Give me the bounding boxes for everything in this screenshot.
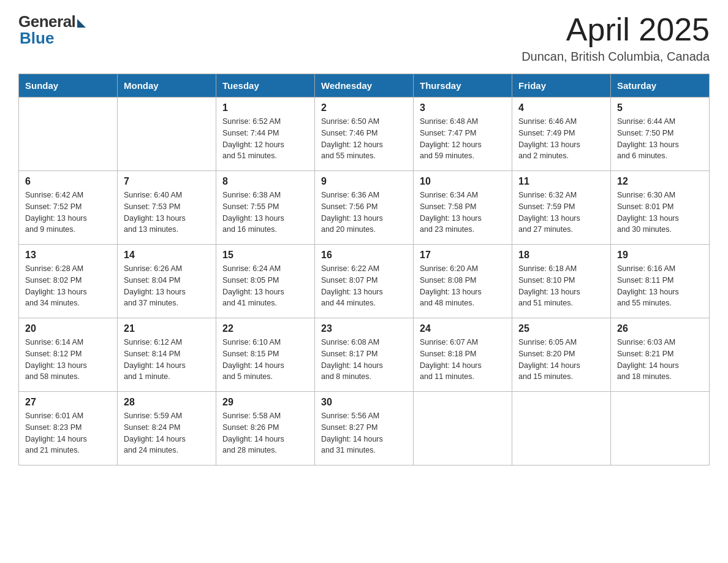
calendar-cell: 14Sunrise: 6:26 AMSunset: 8:04 PMDayligh…: [118, 245, 216, 318]
day-number: 28: [124, 397, 210, 408]
calendar-cell: [611, 392, 710, 465]
day-info: Sunrise: 6:26 AMSunset: 8:04 PMDaylight:…: [124, 263, 210, 309]
calendar-cell: 22Sunrise: 6:10 AMSunset: 8:15 PMDayligh…: [216, 318, 315, 392]
day-number: 16: [321, 250, 407, 261]
day-number: 12: [617, 176, 703, 187]
day-number: 7: [124, 176, 210, 187]
weekday-header-monday: Monday: [118, 74, 216, 98]
calendar-table: SundayMondayTuesdayWednesdayThursdayFrid…: [18, 74, 710, 465]
calendar-cell: 24Sunrise: 6:07 AMSunset: 8:18 PMDayligh…: [414, 318, 512, 392]
calendar-cell: [118, 98, 216, 171]
day-number: 5: [617, 102, 703, 113]
day-number: 10: [420, 176, 506, 187]
calendar-header: SundayMondayTuesdayWednesdayThursdayFrid…: [19, 74, 710, 98]
weekday-header-tuesday: Tuesday: [216, 74, 315, 98]
day-info: Sunrise: 6:38 AMSunset: 7:55 PMDaylight:…: [222, 190, 308, 236]
calendar-cell: 13Sunrise: 6:28 AMSunset: 8:02 PMDayligh…: [19, 245, 118, 318]
calendar-cell: 23Sunrise: 6:08 AMSunset: 8:17 PMDayligh…: [315, 318, 414, 392]
day-info: Sunrise: 6:42 AMSunset: 7:52 PMDaylight:…: [25, 190, 111, 236]
calendar-body: 1Sunrise: 6:52 AMSunset: 7:44 PMDaylight…: [19, 98, 710, 465]
page-subtitle: Duncan, British Columbia, Canada: [521, 50, 710, 64]
calendar-cell: 20Sunrise: 6:14 AMSunset: 8:12 PMDayligh…: [19, 318, 118, 392]
day-info: Sunrise: 6:50 AMSunset: 7:46 PMDaylight:…: [321, 116, 407, 162]
calendar-cell: 16Sunrise: 6:22 AMSunset: 8:07 PMDayligh…: [315, 245, 414, 318]
weekday-header-sunday: Sunday: [19, 74, 118, 98]
day-number: 20: [25, 323, 111, 334]
day-info: Sunrise: 6:01 AMSunset: 8:23 PMDaylight:…: [25, 410, 111, 456]
calendar-cell: 12Sunrise: 6:30 AMSunset: 8:01 PMDayligh…: [611, 171, 710, 245]
page-title: April 2025: [521, 12, 710, 47]
weekday-header-thursday: Thursday: [414, 74, 512, 98]
title-section: April 2025 Duncan, British Columbia, Can…: [521, 12, 710, 64]
logo-blue-text: Blue: [20, 29, 54, 48]
calendar-cell: 29Sunrise: 5:58 AMSunset: 8:26 PMDayligh…: [216, 392, 315, 465]
day-number: 2: [321, 102, 407, 113]
day-info: Sunrise: 6:22 AMSunset: 8:07 PMDaylight:…: [321, 263, 407, 309]
day-number: 9: [321, 176, 407, 187]
calendar-cell: 25Sunrise: 6:05 AMSunset: 8:20 PMDayligh…: [512, 318, 611, 392]
day-info: Sunrise: 6:30 AMSunset: 8:01 PMDaylight:…: [617, 190, 703, 236]
calendar-cell: 28Sunrise: 5:59 AMSunset: 8:24 PMDayligh…: [118, 392, 216, 465]
weekday-header-friday: Friday: [512, 74, 611, 98]
day-info: Sunrise: 6:44 AMSunset: 7:50 PMDaylight:…: [617, 116, 703, 162]
day-number: 3: [420, 102, 506, 113]
calendar-cell: [19, 98, 118, 171]
day-info: Sunrise: 6:14 AMSunset: 8:12 PMDaylight:…: [25, 337, 111, 383]
calendar-week-4: 20Sunrise: 6:14 AMSunset: 8:12 PMDayligh…: [19, 318, 710, 392]
day-info: Sunrise: 6:28 AMSunset: 8:02 PMDaylight:…: [25, 263, 111, 309]
day-info: Sunrise: 5:56 AMSunset: 8:27 PMDaylight:…: [321, 410, 407, 456]
calendar-cell: 2Sunrise: 6:50 AMSunset: 7:46 PMDaylight…: [315, 98, 414, 171]
day-info: Sunrise: 6:08 AMSunset: 8:17 PMDaylight:…: [321, 337, 407, 383]
day-info: Sunrise: 5:59 AMSunset: 8:24 PMDaylight:…: [124, 410, 210, 456]
day-number: 21: [124, 323, 210, 334]
day-number: 27: [25, 397, 111, 408]
day-number: 24: [420, 323, 506, 334]
day-info: Sunrise: 6:32 AMSunset: 7:59 PMDaylight:…: [518, 190, 604, 236]
day-number: 23: [321, 323, 407, 334]
day-number: 17: [420, 250, 506, 261]
day-info: Sunrise: 6:10 AMSunset: 8:15 PMDaylight:…: [222, 337, 308, 383]
calendar-week-1: 1Sunrise: 6:52 AMSunset: 7:44 PMDaylight…: [19, 98, 710, 171]
day-number: 22: [222, 323, 308, 334]
calendar-cell: 5Sunrise: 6:44 AMSunset: 7:50 PMDaylight…: [611, 98, 710, 171]
day-number: 13: [25, 250, 111, 261]
calendar-cell: 30Sunrise: 5:56 AMSunset: 8:27 PMDayligh…: [315, 392, 414, 465]
calendar-cell: 27Sunrise: 6:01 AMSunset: 8:23 PMDayligh…: [19, 392, 118, 465]
weekday-header-saturday: Saturday: [611, 74, 710, 98]
day-number: 25: [518, 323, 604, 334]
day-info: Sunrise: 6:20 AMSunset: 8:08 PMDaylight:…: [420, 263, 506, 309]
page-header: General Blue April 2025 Duncan, British …: [18, 12, 710, 64]
calendar-cell: [414, 392, 512, 465]
day-number: 8: [222, 176, 308, 187]
day-info: Sunrise: 6:18 AMSunset: 8:10 PMDaylight:…: [518, 263, 604, 309]
day-number: 6: [25, 176, 111, 187]
calendar-cell: 9Sunrise: 6:36 AMSunset: 7:56 PMDaylight…: [315, 171, 414, 245]
calendar-cell: 3Sunrise: 6:48 AMSunset: 7:47 PMDaylight…: [414, 98, 512, 171]
day-info: Sunrise: 6:36 AMSunset: 7:56 PMDaylight:…: [321, 190, 407, 236]
day-info: Sunrise: 6:07 AMSunset: 8:18 PMDaylight:…: [420, 337, 506, 383]
day-info: Sunrise: 6:48 AMSunset: 7:47 PMDaylight:…: [420, 116, 506, 162]
calendar-cell: 17Sunrise: 6:20 AMSunset: 8:08 PMDayligh…: [414, 245, 512, 318]
day-number: 14: [124, 250, 210, 261]
calendar-cell: 8Sunrise: 6:38 AMSunset: 7:55 PMDaylight…: [216, 171, 315, 245]
calendar-cell: 21Sunrise: 6:12 AMSunset: 8:14 PMDayligh…: [118, 318, 216, 392]
calendar-cell: 6Sunrise: 6:42 AMSunset: 7:52 PMDaylight…: [19, 171, 118, 245]
calendar-cell: 18Sunrise: 6:18 AMSunset: 8:10 PMDayligh…: [512, 245, 611, 318]
day-number: 11: [518, 176, 604, 187]
day-number: 18: [518, 250, 604, 261]
weekday-header-row: SundayMondayTuesdayWednesdayThursdayFrid…: [19, 74, 710, 98]
day-number: 15: [222, 250, 308, 261]
calendar-cell: 11Sunrise: 6:32 AMSunset: 7:59 PMDayligh…: [512, 171, 611, 245]
day-number: 29: [222, 397, 308, 408]
logo: General Blue: [18, 12, 86, 48]
day-number: 4: [518, 102, 604, 113]
day-info: Sunrise: 5:58 AMSunset: 8:26 PMDaylight:…: [222, 410, 308, 456]
calendar-cell: 7Sunrise: 6:40 AMSunset: 7:53 PMDaylight…: [118, 171, 216, 245]
day-number: 1: [222, 102, 308, 113]
calendar-week-3: 13Sunrise: 6:28 AMSunset: 8:02 PMDayligh…: [19, 245, 710, 318]
calendar-week-2: 6Sunrise: 6:42 AMSunset: 7:52 PMDaylight…: [19, 171, 710, 245]
calendar-cell: 15Sunrise: 6:24 AMSunset: 8:05 PMDayligh…: [216, 245, 315, 318]
calendar-week-5: 27Sunrise: 6:01 AMSunset: 8:23 PMDayligh…: [19, 392, 710, 465]
day-number: 30: [321, 397, 407, 408]
day-info: Sunrise: 6:34 AMSunset: 7:58 PMDaylight:…: [420, 190, 506, 236]
